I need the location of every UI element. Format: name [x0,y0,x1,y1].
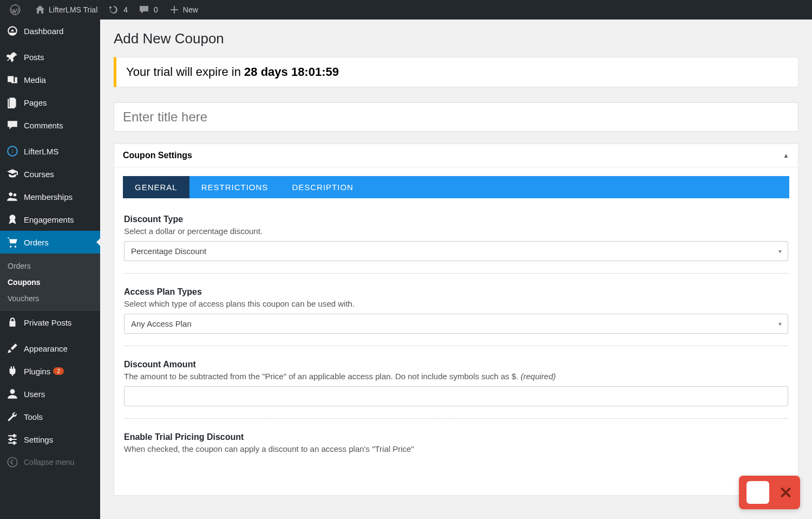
settings-icon [6,433,18,445]
field-discount-type: Discount Type Select a dollar or percent… [124,215,788,274]
submenu-orders[interactable]: Orders [0,258,100,274]
plus-icon [169,4,180,15]
sidebar-item-settings[interactable]: Settings [0,428,100,451]
refresh-icon [108,4,119,15]
sidebar-item-pages[interactable]: Pages [0,91,100,114]
postbox-title: Coupon Settings [123,151,192,160]
dashboard-icon [6,25,18,37]
sidebar-item-posts[interactable]: Posts [0,46,100,68]
site-name: LifterLMS Trial [49,5,97,14]
sidebar-item-users[interactable]: Users [0,382,100,405]
new-link[interactable]: New [163,4,204,15]
wrench-icon [6,411,18,423]
page-title: Add New Coupon [114,30,798,47]
field-access-plan-types: Access Plan Types Select which type of a… [124,287,788,346]
plugins-badge: 2 [53,367,64,375]
comments-link[interactable]: 0 [133,4,163,15]
plugin-icon [6,365,18,377]
trial-time: 28 days 18:01:59 [244,65,339,79]
group-icon [6,191,18,203]
trial-prefix: Your trial will expire in [126,65,244,79]
comments-icon [6,119,18,131]
brush-icon [6,342,18,354]
tab-restrictions[interactable]: RESTRICTIONS [189,176,280,198]
general-fields: Discount Type Select a dollar or percent… [114,198,798,495]
updates-link[interactable]: 4 [103,4,133,15]
discount-type-label: Discount Type [124,215,788,224]
sidebar-item-courses[interactable]: Courses [0,163,100,185]
updates-count: 4 [123,5,128,14]
main-content: Add New Coupon Your trial will expire in… [100,20,812,519]
cart-icon [6,236,18,248]
admin-bar: LifterLMS Trial 4 0 New [0,0,812,20]
wordpress-icon [10,4,21,15]
svg-point-4 [14,193,17,197]
access-plan-label: Access Plan Types [124,287,788,297]
wp-logo[interactable] [4,4,29,15]
trial-notice: Your trial will expire in 28 days 18:01:… [114,57,798,87]
submenu-coupons[interactable]: Coupons [0,274,100,290]
comments-count: 0 [154,5,158,14]
coupon-settings-box: Coupon Settings ▲ GENERAL RESTRICTIONS D… [114,144,798,496]
user-icon [6,388,18,400]
sidebar-item-appearance[interactable]: Appearance [0,337,100,360]
floating-widget: ✕ [739,476,800,509]
svg-text:i: i [12,148,13,154]
sidebar-item-orders[interactable]: Orders [0,231,100,254]
coupon-title-input[interactable] [114,102,798,132]
sidebar-item-memberships[interactable]: Memberships [0,185,100,208]
lock-icon [6,316,18,328]
pages-icon [6,96,18,108]
submenu-vouchers[interactable]: Vouchers [0,290,100,307]
close-icon[interactable]: ✕ [779,483,793,502]
orders-submenu: Orders Coupons Vouchers [0,254,100,311]
sidebar-item-media[interactable]: Media [0,68,100,91]
discount-amount-desc: The amount to be subtracted from the "Pr… [124,372,788,381]
svg-point-7 [8,457,17,467]
collapse-icon [6,456,18,468]
collapse-toggle[interactable]: ▲ [783,152,789,159]
field-discount-amount: Discount Amount The amount to be subtrac… [124,360,788,419]
sidebar-item-tools[interactable]: Tools [0,405,100,428]
graduation-icon [6,168,18,180]
access-plan-desc: Select which type of access plans this c… [124,299,788,308]
sidebar-item-lifterlms[interactable]: iLifterLMS [0,140,100,163]
trial-discount-desc: When checked, the coupon can apply a dis… [124,444,788,453]
tab-description[interactable]: DESCRIPTION [280,176,365,198]
access-plan-select[interactable]: Any Access Plan [124,314,788,334]
sidebar-item-comments[interactable]: Comments [0,114,100,137]
discount-amount-label: Discount Amount [124,360,788,369]
postbox-header: Coupon Settings ▲ [114,144,798,167]
lifterlms-icon: i [6,145,18,157]
pin-icon [6,51,18,63]
comment-icon [139,4,149,15]
widget-box[interactable] [746,481,769,504]
sidebar-item-engagements[interactable]: Engagements [0,208,100,231]
svg-point-3 [9,192,12,196]
tab-general[interactable]: GENERAL [123,176,189,198]
discount-amount-input[interactable] [124,386,788,406]
admin-sidebar: Dashboard Posts Media Pages Comments iLi… [0,20,100,519]
sidebar-item-dashboard[interactable]: Dashboard [0,20,100,42]
field-trial-discount: Enable Trial Pricing Discount When check… [124,432,788,471]
trial-discount-label: Enable Trial Pricing Discount [124,432,788,442]
svg-point-5 [10,215,16,220]
discount-type-desc: Select a dollar or percentage discount. [124,226,788,236]
settings-tabs: GENERAL RESTRICTIONS DESCRIPTION [123,176,789,198]
home-icon [35,4,45,15]
sidebar-item-private-posts[interactable]: Private Posts [0,311,100,334]
media-icon [6,74,18,86]
site-name-link[interactable]: LifterLMS Trial [29,4,103,15]
collapse-menu[interactable]: Collapse menu [0,451,100,473]
discount-type-select[interactable]: Percentage Discount [124,241,788,261]
sidebar-item-plugins[interactable]: Plugins2 [0,360,100,382]
award-icon [6,213,18,225]
new-label: New [183,5,198,14]
svg-point-6 [10,389,15,394]
